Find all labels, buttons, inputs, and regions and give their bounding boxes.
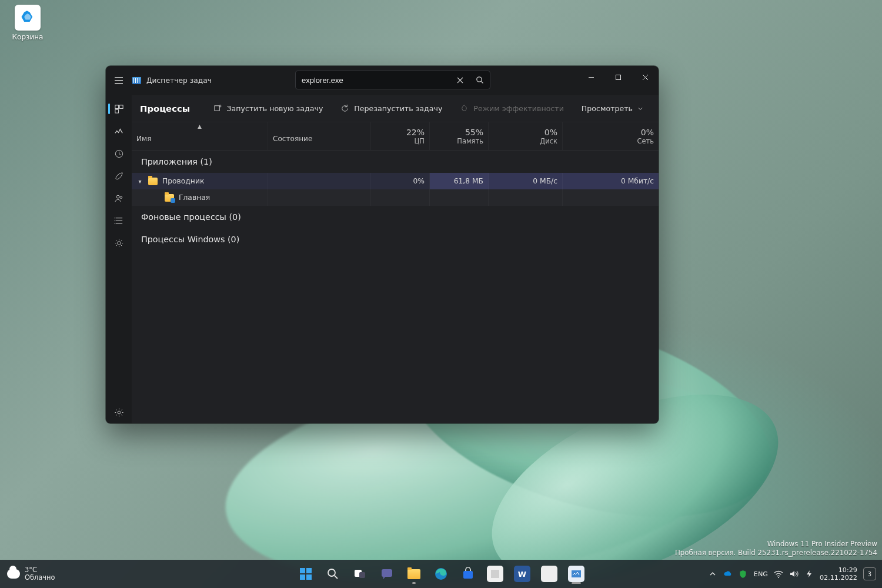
tray-language[interactable]: ENG <box>754 570 768 578</box>
svg-point-26 <box>778 577 779 578</box>
svg-rect-17 <box>306 574 312 580</box>
chevron-down-icon[interactable]: ▾ <box>136 178 143 185</box>
tray-volume-icon[interactable] <box>789 569 799 579</box>
view-label: Просмотреть <box>582 104 633 113</box>
run-new-task-button[interactable]: Запустить новую задачу <box>206 101 330 116</box>
network-percent: 0% <box>641 128 654 137</box>
view-menu-button[interactable]: Просмотреть <box>574 101 650 116</box>
start-button[interactable] <box>294 562 318 586</box>
tray-power-icon[interactable] <box>804 569 814 579</box>
svg-point-10 <box>114 223 115 224</box>
tray-chevron-up-icon[interactable] <box>708 569 717 579</box>
taskbar-taskview[interactable] <box>348 562 372 586</box>
process-status-cell <box>268 173 371 189</box>
nav-details[interactable] <box>107 209 131 232</box>
process-child-name-cell: Главная <box>132 189 268 206</box>
efficiency-mode-button[interactable]: Режим эффективности <box>453 101 571 116</box>
taskbar[interactable]: 3°C Облачно <box>0 560 882 588</box>
svg-rect-16 <box>300 574 305 580</box>
memory-percent: 55% <box>465 128 483 137</box>
taskbar-app-generic-1[interactable] <box>483 562 507 586</box>
network-label: Сеть <box>637 137 654 145</box>
restart-task-button[interactable]: Перезапустить задачу <box>333 101 449 116</box>
taskbar-chat[interactable] <box>375 562 399 586</box>
efficiency-label: Режим эффективности <box>473 104 564 113</box>
taskbar-search[interactable] <box>321 562 345 586</box>
search-box[interactable] <box>295 71 490 89</box>
group-apps[interactable]: Приложения (1) <box>132 151 659 173</box>
svg-point-18 <box>328 569 335 576</box>
taskbar-notifications[interactable]: 3 <box>863 567 876 580</box>
cpu-label: ЦП <box>414 137 425 145</box>
group-windows[interactable]: Процессы Windows (0) <box>132 228 659 250</box>
process-child-name: Главная <box>179 193 210 202</box>
col-memory[interactable]: 55% Память <box>430 122 489 150</box>
col-disk[interactable]: 0% Диск <box>489 122 563 150</box>
nav-users[interactable] <box>107 187 131 209</box>
process-list: Приложения (1) ▾ Проводник 0% 61,8 МБ 0 … <box>132 151 659 250</box>
toolbar: Процессы Запустить новую задачу Перезапу… <box>132 95 659 122</box>
taskbar-weather[interactable]: 3°C Облачно <box>7 566 55 582</box>
col-name-label: Имя <box>136 135 263 143</box>
recycle-bin-icon <box>15 5 41 31</box>
watermark-line-1: Windows 11 Pro Insider Preview <box>675 540 877 549</box>
svg-rect-2 <box>115 105 118 108</box>
page-heading: Процессы <box>140 103 190 113</box>
svg-rect-21 <box>382 569 392 577</box>
nav-app-history[interactable] <box>107 142 131 165</box>
cpu-percent: 22% <box>406 128 425 137</box>
process-row-explorer-child[interactable]: Главная <box>132 189 659 206</box>
maximize-button[interactable] <box>604 66 632 88</box>
col-cpu[interactable]: 22% ЦП <box>371 122 430 150</box>
close-button[interactable] <box>632 66 659 88</box>
col-status[interactable]: Состояние <box>268 122 371 150</box>
sort-indicator-icon: ▲ <box>198 123 202 129</box>
weather-text: 3°C Облачно <box>25 566 55 582</box>
nav-processes[interactable] <box>107 98 131 120</box>
task-manager-window: Диспетчер задач <box>106 66 659 423</box>
svg-rect-14 <box>300 568 305 573</box>
disk-percent: 0% <box>544 128 557 137</box>
taskbar-explorer[interactable] <box>402 562 426 586</box>
col-network[interactable]: 0% Сеть <box>563 122 659 150</box>
disk-label: Диск <box>540 137 557 145</box>
desktop-icon-recycle-bin[interactable]: Корзина <box>6 5 49 41</box>
col-name[interactable]: ▲ Имя <box>132 122 268 150</box>
folder-icon <box>148 178 158 185</box>
tray-wifi-icon[interactable] <box>774 569 783 579</box>
nav-startup[interactable] <box>107 165 131 187</box>
run-new-task-label: Запустить новую задачу <box>227 104 323 113</box>
taskbar-clock[interactable]: 10:29 02.11.2022 <box>820 566 857 582</box>
table-header[interactable]: ▲ Имя Состояние 22% ЦП 55% Память <box>132 122 659 151</box>
taskbar-app-generic-2[interactable] <box>537 562 561 586</box>
main-panel: Процессы Запустить новую задачу Перезапу… <box>132 95 659 423</box>
clear-search-button[interactable] <box>450 71 470 89</box>
col-status-label: Состояние <box>273 135 366 143</box>
search-icon[interactable] <box>470 71 490 89</box>
nav-performance[interactable] <box>107 120 131 142</box>
titlebar[interactable]: Диспетчер задач <box>106 66 659 95</box>
svg-point-8 <box>114 218 115 219</box>
group-background[interactable]: Фоновые процессы (0) <box>132 206 659 228</box>
process-disk-cell: 0 МБ/с <box>489 173 563 189</box>
clock-time: 10:29 <box>820 566 857 574</box>
taskbar-word[interactable]: W <box>510 562 534 586</box>
nav-services[interactable] <box>107 232 131 254</box>
nav-settings[interactable] <box>107 401 131 423</box>
svg-rect-20 <box>359 572 365 578</box>
svg-rect-23 <box>463 571 473 579</box>
tray-onedrive-icon[interactable] <box>723 569 733 579</box>
minimize-button[interactable] <box>577 66 604 88</box>
process-row-explorer[interactable]: ▾ Проводник 0% 61,8 МБ 0 МБ/с 0 Мбит/с <box>132 173 659 189</box>
search-input[interactable] <box>296 76 450 85</box>
svg-point-6 <box>116 195 119 198</box>
taskbar-store[interactable] <box>456 562 480 586</box>
tray-security-icon[interactable] <box>739 569 748 579</box>
taskbar-edge[interactable] <box>429 562 453 586</box>
svg-point-9 <box>114 220 115 221</box>
svg-point-12 <box>118 411 121 414</box>
app-identity: Диспетчер задач <box>132 76 212 85</box>
svg-rect-3 <box>119 105 123 108</box>
taskbar-taskmanager[interactable] <box>564 562 588 586</box>
hamburger-button[interactable] <box>106 66 132 95</box>
